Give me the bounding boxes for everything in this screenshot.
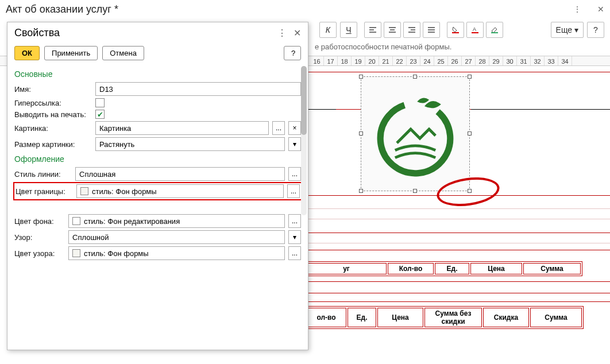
col-header: Сумма xyxy=(530,308,582,327)
pattern-select[interactable]: Сплошной xyxy=(68,230,285,244)
dialog-close-icon[interactable]: ✕ xyxy=(294,28,301,38)
size-label: Размер картинки: xyxy=(14,140,92,149)
border-color-browse-button[interactable]: ... xyxy=(287,184,300,198)
border-color-row: Цвет границы: стиль: Фон формы ... xyxy=(14,183,301,199)
pattern-color-browse-button[interactable]: ... xyxy=(288,246,301,260)
border-color-swatch xyxy=(80,187,88,195)
dialog-scrollbar[interactable] xyxy=(301,66,307,215)
print-checkbox[interactable] xyxy=(95,110,105,119)
italic-button[interactable]: К xyxy=(319,22,337,38)
image-cell-selection[interactable] xyxy=(361,76,470,191)
help-button[interactable]: ? xyxy=(587,22,604,38)
logo-icon xyxy=(369,88,461,180)
ruler-cell[interactable]: 24 xyxy=(420,56,434,65)
ruler-cell[interactable]: 31 xyxy=(517,56,531,65)
print-label: Выводить на печать: xyxy=(14,110,92,119)
pattern-dropdown-button[interactable]: ▾ xyxy=(288,230,301,244)
dialog-titlebar: Свойства ⋮ ✕ xyxy=(7,22,308,44)
ruler-cell[interactable]: 26 xyxy=(448,56,462,65)
bg-color-label: Цвет фона: xyxy=(14,217,65,226)
border-color-input[interactable]: стиль: Фон формы xyxy=(76,184,284,198)
col-header: уг xyxy=(306,263,387,274)
col-header: Сумма без скидки xyxy=(424,308,482,327)
col-header: Сумма xyxy=(523,263,581,274)
dialog-title: Свойства xyxy=(14,27,271,39)
align-left-button[interactable] xyxy=(364,22,381,38)
close-icon[interactable]: ✕ xyxy=(597,5,604,14)
cancel-button[interactable]: Отмена xyxy=(102,46,144,60)
ruler-cell[interactable]: 30 xyxy=(503,56,517,65)
pattern-color-value: стиль: Фон формы xyxy=(84,249,149,258)
more-button[interactable]: Еще ▾ xyxy=(551,22,584,38)
align-justify-button[interactable] xyxy=(423,22,440,38)
more-icon[interactable]: ⋮ xyxy=(573,5,581,14)
border-color-value: стиль: Фон формы xyxy=(92,187,157,196)
pattern-color-input[interactable]: стиль: Фон формы xyxy=(68,246,285,260)
size-select[interactable]: Растянуть xyxy=(95,137,285,151)
pattern-color-row: Цвет узора: стиль: Фон формы ... xyxy=(14,246,301,260)
picture-row: Картинка: Картинка ... × xyxy=(14,121,301,135)
bg-color-row: Цвет фона: стиль: Фон редактирования ... xyxy=(14,214,301,228)
window-title: Акт об оказании услуг * xyxy=(6,3,549,16)
ruler-cell[interactable]: 29 xyxy=(489,56,503,65)
ok-button[interactable]: ОК xyxy=(14,46,40,60)
line-style-browse-button[interactable]: ... xyxy=(288,167,301,181)
line-style-row: Стиль линии: Сплошная ... xyxy=(14,167,301,181)
print-row: Выводить на печать: xyxy=(14,110,301,119)
ruler-cell[interactable]: 33 xyxy=(545,56,558,65)
scrollbar-thumb[interactable] xyxy=(301,66,307,135)
ruler-cell[interactable]: 25 xyxy=(434,56,448,65)
ruler-cell[interactable]: 34 xyxy=(558,56,572,65)
col-header: Ед. xyxy=(435,263,469,274)
properties-dialog: Свойства ⋮ ✕ ОК Применить Отмена ? Основ… xyxy=(7,22,308,350)
hyperlink-row: Гиперссылка: xyxy=(14,98,301,107)
size-row: Размер картинки: Растянуть ▾ xyxy=(14,137,301,151)
bg-color-input[interactable]: стиль: Фон редактирования xyxy=(68,214,285,228)
dialog-body: Основные Имя: D13 Гиперссылка: Выводить … xyxy=(7,66,308,350)
name-input[interactable]: D13 xyxy=(95,82,301,96)
picture-browse-button[interactable]: ... xyxy=(272,121,285,135)
line-style-input[interactable]: Сплошная xyxy=(75,167,285,181)
pattern-color-label: Цвет узора: xyxy=(14,249,65,258)
ruler-cell[interactable]: 17 xyxy=(324,56,338,65)
ruler-cell[interactable]: 23 xyxy=(407,56,420,65)
svg-rect-7 xyxy=(452,32,459,33)
col-header: Кол-во xyxy=(388,263,434,274)
ruler-cell[interactable]: 27 xyxy=(462,56,476,65)
dialog-buttons: ОК Применить Отмена ? xyxy=(7,44,308,66)
ruler-cell[interactable]: 21 xyxy=(379,56,393,65)
bg-color-value: стиль: Фон редактирования xyxy=(84,217,180,226)
align-right-button[interactable] xyxy=(403,22,420,38)
align-center-button[interactable] xyxy=(384,22,401,38)
ruler-cell[interactable]: 19 xyxy=(352,56,365,65)
ruler-cell[interactable]: 32 xyxy=(531,56,545,65)
picture-clear-button[interactable]: × xyxy=(288,121,301,135)
ruler-cell[interactable]: 22 xyxy=(393,56,407,65)
ruler-cell[interactable]: 18 xyxy=(338,56,352,65)
underline-button[interactable]: Ч xyxy=(340,22,357,38)
ruler-cell[interactable]: 28 xyxy=(476,56,489,65)
picture-input[interactable]: Картинка xyxy=(95,121,269,135)
apply-button[interactable]: Применить xyxy=(44,46,98,60)
bg-color-button[interactable] xyxy=(447,22,464,38)
section-design: Оформление xyxy=(14,154,301,164)
name-row: Имя: D13 xyxy=(14,82,301,96)
col-header: Ед. xyxy=(348,308,376,327)
ruler-cell[interactable]: 20 xyxy=(365,56,379,65)
pattern-color-swatch xyxy=(72,249,80,257)
dialog-help-button[interactable]: ? xyxy=(284,46,301,60)
dialog-more-icon[interactable]: ⋮ xyxy=(277,28,287,38)
ruler-cell[interactable]: 16 xyxy=(310,56,324,65)
bg-color-browse-button[interactable]: ... xyxy=(288,214,301,228)
section-main: Основные xyxy=(14,69,301,79)
text-color-button[interactable]: A xyxy=(466,22,484,38)
col-header: ол-во xyxy=(306,308,346,327)
hyperlink-checkbox[interactable] xyxy=(95,98,105,107)
window-titlebar: Акт об оказании услуг * ⋮ ✕ xyxy=(0,0,610,18)
line-style-label: Стиль линии: xyxy=(14,170,72,179)
picture-label: Картинка: xyxy=(14,124,92,133)
discount-table: ол-во Ед. Цена Сумма без скидки Скидка С… xyxy=(304,306,584,329)
highlight-button[interactable] xyxy=(486,22,503,38)
services-table: уг Кол-во Ед. Цена Сумма xyxy=(304,261,582,276)
size-dropdown-button[interactable]: ▾ xyxy=(288,137,301,151)
